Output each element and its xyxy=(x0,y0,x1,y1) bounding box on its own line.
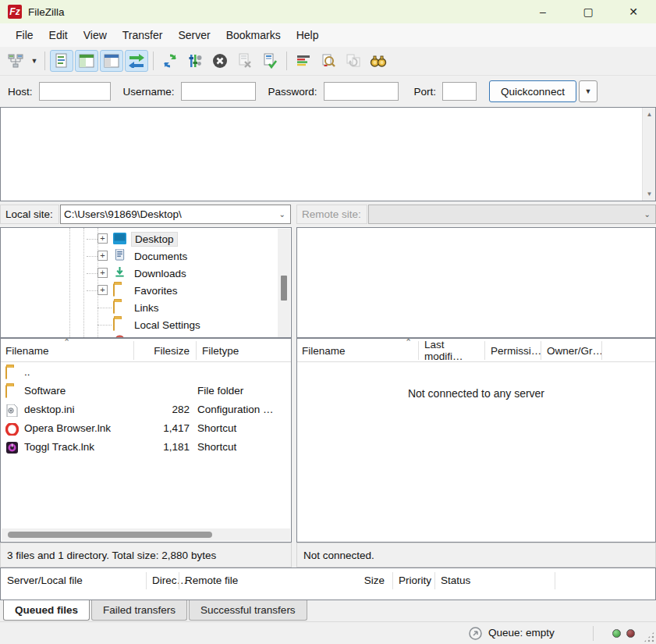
column-header-filesize[interactable]: Filesize xyxy=(135,339,194,362)
column-resizer[interactable] xyxy=(146,572,147,589)
remote-site-combobox: ⌄ xyxy=(368,205,656,224)
local-tree-scrollbar[interactable] xyxy=(278,229,290,338)
queue-column-direction[interactable]: Direc… xyxy=(147,568,177,592)
menu-bookmarks[interactable]: Bookmarks xyxy=(218,26,289,44)
file-row-opera-browser[interactable]: Opera Browser.lnk 1,417 Shortcut xyxy=(1,420,291,439)
port-input[interactable] xyxy=(442,82,477,101)
scroll-down-icon[interactable]: ▼ xyxy=(643,187,656,201)
remote-site-label: Remote site: xyxy=(296,205,367,224)
toolbar-separator xyxy=(44,52,45,70)
column-header-filetype[interactable]: Filetype xyxy=(197,339,291,362)
cancel-icon xyxy=(212,53,228,69)
password-input[interactable] xyxy=(324,82,399,101)
search-server-button[interactable] xyxy=(367,50,390,72)
file-row-desktop-ini[interactable]: desktop.ini 282 Configuration … xyxy=(1,401,291,420)
toolbar-separator xyxy=(153,52,154,70)
menu-view[interactable]: View xyxy=(76,26,115,44)
reconnect-button[interactable] xyxy=(258,50,282,72)
column-resizer[interactable] xyxy=(601,341,602,360)
find-files-button[interactable] xyxy=(317,50,340,72)
toggle-remote-tree-button[interactable] xyxy=(100,50,123,72)
queue-column-server-local-file[interactable]: Server/Local file xyxy=(2,568,144,592)
refresh-button[interactable] xyxy=(158,50,182,72)
expander-plus-icon[interactable]: + xyxy=(98,233,108,244)
quickconnect-button[interactable]: Quickconnect xyxy=(489,80,576,102)
column-resizer[interactable] xyxy=(392,572,393,589)
window-title: FileZilla xyxy=(28,6,65,18)
column-header-last-modified[interactable]: Last modifi… xyxy=(420,339,484,362)
column-resizer[interactable] xyxy=(434,572,435,589)
filter-button[interactable] xyxy=(183,50,207,72)
local-file-list[interactable]: Filename ⌃ Filesize Filetype .. Software… xyxy=(0,338,292,543)
column-header-permissions[interactable]: Permissi… xyxy=(486,339,541,362)
expander-plus-icon[interactable]: + xyxy=(98,285,108,295)
disconnect-button[interactable] xyxy=(233,50,257,72)
queue-column-priority[interactable]: Priority xyxy=(394,568,433,592)
resize-grip[interactable] xyxy=(644,632,654,642)
message-log-scrollbar[interactable]: ▲ ▼ xyxy=(642,108,655,201)
cancel-button[interactable] xyxy=(208,50,232,72)
column-resizer[interactable] xyxy=(484,341,485,360)
expander-plus-icon[interactable]: + xyxy=(98,268,108,278)
menu-help[interactable]: Help xyxy=(289,26,327,44)
downloads-icon xyxy=(113,266,126,278)
column-resizer[interactable] xyxy=(418,341,419,360)
transfer-queue-pane[interactable]: Server/Local file Direc… Remote file Siz… xyxy=(0,568,656,600)
documents-icon xyxy=(113,249,126,261)
site-manager-dropdown-icon[interactable]: ▼ xyxy=(28,50,41,72)
column-header-owner-group[interactable]: Owner/Gr… xyxy=(542,339,601,362)
column-header-filename[interactable]: Filename ⌃ xyxy=(297,339,418,362)
speed-limits-icon xyxy=(469,627,482,640)
message-log-pane[interactable]: ▲ ▼ xyxy=(0,107,656,201)
host-input[interactable] xyxy=(39,82,111,101)
filter-icon xyxy=(187,53,203,69)
file-row-parent[interactable]: .. xyxy=(1,364,291,382)
queue-column-remote-file[interactable]: Remote file xyxy=(180,568,356,592)
column-resizer[interactable] xyxy=(179,572,179,589)
menu-server[interactable]: Server xyxy=(170,26,218,44)
directory-comparison-button[interactable] xyxy=(292,50,315,72)
toolbar-separator xyxy=(286,52,287,70)
local-list-header: Filename ⌃ Filesize Filetype xyxy=(1,339,291,362)
disconnect-icon xyxy=(237,53,253,69)
refresh-icon xyxy=(162,53,178,69)
queue-column-status[interactable]: Status xyxy=(436,568,551,592)
scroll-up-icon[interactable]: ▲ xyxy=(643,108,656,121)
toggle-local-tree-button[interactable] xyxy=(75,50,98,72)
column-resizer[interactable] xyxy=(196,341,197,360)
site-manager-button[interactable] xyxy=(4,50,27,72)
site-row: Local site: C:\Users\91869\Desktop\ ⌄ Re… xyxy=(0,201,656,227)
local-site-combobox[interactable]: C:\Users\91869\Desktop\ ⌄ xyxy=(60,205,291,224)
column-resizer[interactable] xyxy=(133,341,134,360)
file-row-toggl-track[interactable]: Toggl Track.lnk 1,181 Shortcut xyxy=(1,439,291,457)
menu-file[interactable]: File xyxy=(8,26,41,44)
local-tree-icon xyxy=(79,54,94,68)
column-header-filename[interactable]: Filename ⌃ xyxy=(1,339,133,362)
tab-successful-transfers[interactable]: Successful transfers xyxy=(189,600,307,621)
chevron-down-icon[interactable]: ⌄ xyxy=(279,210,285,219)
menu-bar: File Edit View Transfer Server Bookmarks… xyxy=(0,23,656,47)
synchronized-browsing-button[interactable] xyxy=(342,50,365,72)
local-tree-pane[interactable]: + Desktop + Documents + xyxy=(0,227,292,338)
host-label: Host: xyxy=(8,86,33,98)
username-input[interactable] xyxy=(181,82,256,101)
scrollbar-thumb[interactable] xyxy=(281,276,287,301)
toggle-transfer-queue-button[interactable] xyxy=(125,50,148,72)
tab-failed-transfers[interactable]: Failed transfers xyxy=(91,600,187,621)
statusbar-separator xyxy=(593,626,594,641)
toggle-message-log-button[interactable] xyxy=(50,50,73,72)
maximize-button[interactable]: ▢ xyxy=(566,0,611,23)
quickconnect-dropdown-icon[interactable]: ▼ xyxy=(579,80,597,102)
local-list-horizontal-scrollbar[interactable] xyxy=(2,528,290,541)
menu-transfer[interactable]: Transfer xyxy=(115,26,171,44)
queue-column-size[interactable]: Size xyxy=(356,568,389,592)
expander-plus-icon[interactable]: + xyxy=(98,251,108,261)
menu-edit[interactable]: Edit xyxy=(41,26,76,44)
tab-queued-files[interactable]: Queued files xyxy=(3,600,90,621)
scrollbar-thumb[interactable] xyxy=(8,532,212,538)
column-resizer[interactable] xyxy=(541,341,541,360)
file-row-software[interactable]: Software File folder xyxy=(1,382,291,401)
minimize-button[interactable]: – xyxy=(520,0,566,23)
close-button[interactable]: ✕ xyxy=(611,0,656,23)
column-resizer[interactable] xyxy=(555,572,555,589)
